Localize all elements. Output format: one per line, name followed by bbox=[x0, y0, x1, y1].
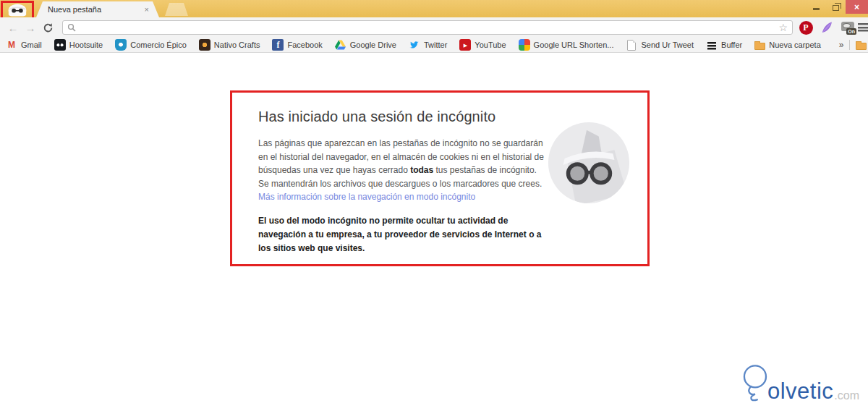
forward-button[interactable]: → bbox=[22, 19, 39, 36]
bookmark-item[interactable]: Send Ur Tweet bbox=[626, 40, 694, 51]
minimize-icon bbox=[813, 8, 820, 10]
bookmark-label: Nueva carpeta bbox=[769, 41, 821, 49]
on-badge: On bbox=[846, 28, 856, 35]
folder-icon bbox=[856, 43, 867, 50]
description-bold-word: todas bbox=[410, 165, 433, 175]
bookmark-item[interactable]: Comercio Épico bbox=[115, 39, 187, 51]
window-controls: × bbox=[807, 0, 868, 14]
page-icon bbox=[627, 40, 636, 51]
bookmark-label: Send Ur Tweet bbox=[641, 41, 694, 49]
buffer-icon bbox=[706, 39, 718, 51]
logo-suffix: .com bbox=[834, 389, 859, 408]
search-icon bbox=[67, 23, 76, 32]
incognito-warning: El uso del modo incógnito no permite ocu… bbox=[258, 214, 546, 255]
bookmark-item[interactable]: MGmail bbox=[6, 39, 42, 51]
bookmark-label: Gmail bbox=[21, 41, 42, 49]
restore-button[interactable] bbox=[826, 0, 846, 14]
bookmarks-list: MGmailHootsuiteComercio ÉpicoNativo Craf… bbox=[6, 39, 833, 51]
bookmark-item[interactable]: fFacebook bbox=[272, 39, 322, 51]
back-button[interactable]: ← bbox=[4, 19, 22, 36]
bookmark-label: Google URL Shorten... bbox=[534, 41, 614, 49]
tab-strip: Nueva pestaña × × bbox=[0, 0, 868, 17]
drive-icon bbox=[335, 39, 346, 51]
tape-glyph: On bbox=[841, 22, 854, 31]
bookmark-label: Twitter bbox=[424, 41, 447, 49]
bookmarks-bar: MGmailHootsuiteComercio ÉpicoNativo Craf… bbox=[0, 38, 868, 53]
reload-button[interactable] bbox=[39, 19, 56, 36]
bookmark-label: Buffer bbox=[721, 41, 742, 49]
feather-glyph bbox=[820, 20, 834, 35]
bookmark-label: Hootsuite bbox=[69, 41, 103, 49]
new-tab-button[interactable] bbox=[165, 3, 188, 16]
pinterest-p: P bbox=[799, 21, 813, 35]
bookmark-item[interactable]: Hootsuite bbox=[54, 39, 103, 51]
bookmark-item[interactable]: Buffer bbox=[706, 39, 742, 51]
bookmark-label: Facebook bbox=[287, 41, 322, 49]
bookmark-item[interactable]: ▶YouTube bbox=[459, 39, 506, 51]
other-bookmarks-button[interactable]: Otros marcadores bbox=[856, 40, 868, 50]
minimize-button[interactable] bbox=[807, 0, 826, 14]
learn-more-link[interactable]: Más información sobre la navegación en m… bbox=[258, 192, 475, 202]
bookmark-item[interactable]: Nueva carpeta bbox=[754, 40, 821, 50]
gmail-icon: M bbox=[6, 39, 17, 51]
youtube-icon: ▶ bbox=[459, 39, 471, 51]
nativo-icon bbox=[199, 39, 210, 51]
bookmark-label: Google Drive bbox=[350, 41, 396, 49]
restore-icon bbox=[833, 5, 839, 11]
solvetic-logo: olvetic .com bbox=[736, 363, 859, 408]
page-title: Has iniciado una sesión de incógnito bbox=[258, 109, 546, 125]
feather-extension-icon[interactable] bbox=[818, 17, 835, 38]
hootsuite-icon bbox=[54, 39, 66, 51]
tab-nueva-pestana[interactable]: Nueva pestaña × bbox=[36, 1, 159, 17]
bookmarks-overflow-chevron[interactable]: » bbox=[833, 40, 850, 50]
bookmark-label: YouTube bbox=[475, 41, 506, 49]
toolbar: ← → ☆ P On bbox=[0, 17, 868, 38]
tab-title: Nueva pestaña bbox=[48, 5, 143, 14]
facebook-icon: f bbox=[272, 39, 284, 51]
incognito-message-box: Has iniciado una sesión de incógnito Las… bbox=[230, 90, 650, 266]
address-bar[interactable]: ☆ bbox=[62, 20, 793, 35]
close-button[interactable]: × bbox=[846, 0, 868, 14]
gurl-icon bbox=[519, 39, 530, 51]
bookmark-label: Comercio Épico bbox=[130, 41, 187, 49]
incognito-hat-glasses-icon bbox=[546, 120, 631, 206]
bookmark-item[interactable]: Nativo Crafts bbox=[199, 39, 260, 51]
twitter-icon bbox=[409, 39, 420, 51]
bookmark-label: Nativo Crafts bbox=[214, 41, 260, 49]
pinterest-extension-icon[interactable]: P bbox=[798, 17, 814, 38]
menu-hamburger-icon[interactable] bbox=[858, 23, 868, 32]
extension-on-icon[interactable]: On bbox=[838, 17, 857, 38]
comercio-icon bbox=[115, 39, 127, 51]
bookmark-item[interactable]: Google Drive bbox=[335, 39, 396, 51]
bookmark-item[interactable]: Google URL Shorten... bbox=[519, 39, 614, 51]
incognito-description: Las páginas que aparezcan en las pestaña… bbox=[258, 137, 546, 204]
url-input[interactable] bbox=[80, 22, 778, 33]
bookmarks-separator bbox=[849, 40, 850, 50]
incognito-icon-wrap bbox=[546, 107, 631, 264]
bookmark-item[interactable]: Twitter bbox=[409, 39, 447, 51]
reload-icon bbox=[43, 22, 54, 33]
bookmark-star-icon[interactable]: ☆ bbox=[778, 22, 788, 33]
tab-close-icon[interactable]: × bbox=[143, 5, 150, 14]
folder-icon bbox=[754, 43, 765, 50]
logo-wordmark: olvetic bbox=[767, 380, 833, 408]
incognito-text-column: Has iniciado una sesión de incógnito Las… bbox=[258, 107, 546, 264]
